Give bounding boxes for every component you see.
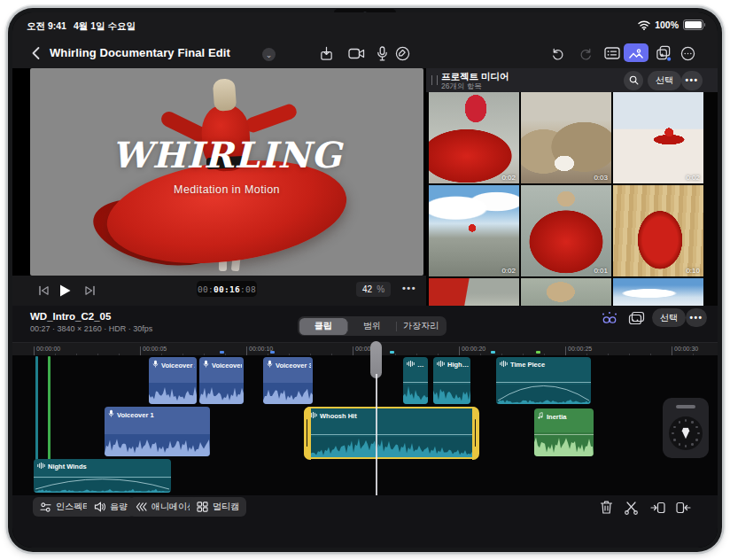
lane-marker <box>536 351 540 354</box>
clock: 오전 9:41 <box>27 20 66 33</box>
media-more-button[interactable]: ••• <box>681 71 703 90</box>
media-thumbnail[interactable]: 0:02 <box>429 185 519 276</box>
playhead-handle[interactable] <box>370 341 382 378</box>
viewer-zoom-control[interactable]: 42 % <box>356 282 391 297</box>
media-thumbnail[interactable]: 0:02 <box>429 92 519 183</box>
battery-percent: 100% <box>655 19 679 30</box>
edit-mode-segmented-control: 클립 범위 가장자리 <box>298 316 447 336</box>
trash-button[interactable] <box>598 499 615 516</box>
media-thumbnail[interactable]: 0:02 <box>613 92 703 183</box>
microphone-button[interactable] <box>373 44 391 62</box>
media-thumbnail[interactable]: 0:10 <box>613 185 703 276</box>
volume-line[interactable] <box>433 382 470 383</box>
tab-edge[interactable]: 가장자리 <box>397 318 445 335</box>
timeline-clip[interactable]: … <box>403 357 428 404</box>
title-overlay: WHIRLING <box>30 134 423 175</box>
volume-line[interactable] <box>306 434 477 435</box>
wave-icon <box>37 462 45 471</box>
subtitle-overlay: Meditation in Motion <box>30 183 423 196</box>
browser-toggle-icon[interactable] <box>603 44 621 62</box>
next-frame-button[interactable] <box>82 283 97 299</box>
media-thumbnail[interactable] <box>429 278 519 306</box>
camera-button[interactable] <box>347 44 365 62</box>
timeline-clip[interactable]: Whoosh Hit <box>304 407 478 459</box>
mic-icon <box>267 360 273 370</box>
media-thumbnail[interactable] <box>613 278 703 306</box>
dancer-hat <box>213 78 237 112</box>
wave-icon <box>437 360 445 369</box>
timeline-more-button[interactable]: ••• <box>686 308 707 327</box>
trim-handle-right[interactable] <box>472 407 479 460</box>
redo-button[interactable] <box>577 44 594 62</box>
volume-button[interactable]: 음량 <box>87 497 135 517</box>
jog-wheel[interactable] <box>663 398 709 458</box>
mic-icon <box>108 409 114 420</box>
timeline-clip[interactable]: Voiceover 3 <box>263 357 313 404</box>
media-thumbnail[interactable]: 0:01 <box>521 185 611 276</box>
viewer-more-button[interactable]: ••• <box>402 283 416 293</box>
viewer[interactable]: WHIRLING Meditation in Motion <box>30 68 423 276</box>
jog-dial[interactable] <box>669 416 703 450</box>
tab-range[interactable]: 범위 <box>348 318 396 335</box>
clip-name: Inertia <box>538 411 592 422</box>
timeline-ruler[interactable]: 00:00:0000:00:0500:00:1000:00:1500:00:20… <box>12 342 718 356</box>
note-icon <box>538 411 544 422</box>
dial-dot <box>685 419 687 422</box>
panel-resize-handle[interactable] <box>431 75 438 85</box>
previous-frame-button[interactable] <box>35 283 51 299</box>
timecode-pre: 00: <box>198 284 214 294</box>
mic-icon <box>203 360 209 370</box>
pencil-button[interactable] <box>393 44 411 62</box>
multicam-button[interactable]: 멀티캠 <box>190 497 246 517</box>
search-button[interactable] <box>624 71 643 90</box>
clip-name: High… <box>437 360 469 369</box>
connect-clips-icon[interactable] <box>601 309 618 327</box>
tab-clip[interactable]: 클립 <box>299 318 347 335</box>
timeline-clip[interactable]: Voiceover 2 <box>199 357 244 404</box>
battery-icon <box>683 19 703 30</box>
timeline-clip[interactable]: Voiceover 1 <box>105 407 210 456</box>
clip-waveform <box>263 385 313 404</box>
timeline-clip[interactable]: Night Winds <box>34 459 171 493</box>
timeline-clip[interactable]: Voiceover 2 <box>149 357 197 404</box>
dial-dot <box>691 421 694 424</box>
more-button-top[interactable] <box>679 44 696 62</box>
trim-handle-left[interactable] <box>304 407 311 460</box>
blade-scissors-button[interactable] <box>623 499 640 516</box>
lane-marker <box>270 351 275 354</box>
clip-waveform <box>105 435 210 456</box>
media-thumbnail[interactable] <box>521 278 611 306</box>
overlay-clip-icon[interactable] <box>627 309 645 327</box>
playhead-line <box>376 374 377 495</box>
timeline-clip[interactable]: Inertia <box>534 408 594 456</box>
project-title[interactable]: Whirling Documentary Final Edit <box>50 46 230 59</box>
back-button[interactable] <box>27 44 44 62</box>
insert-clip-button[interactable] <box>675 499 692 516</box>
media-select-button[interactable]: 선택 <box>648 71 681 90</box>
play-button[interactable] <box>57 283 73 299</box>
content-library-icon[interactable] <box>655 44 672 62</box>
timecode-mid: 00:16 <box>214 284 240 294</box>
title-chevron-down-icon[interactable]: ⌄ <box>262 48 276 61</box>
media-browser-button[interactable] <box>624 43 648 62</box>
undo-button[interactable] <box>548 44 566 62</box>
timeline-clip[interactable]: Time Piece <box>496 357 591 404</box>
media-thumbnail[interactable]: 0:03 <box>521 92 611 183</box>
zoom-value: 42 <box>362 284 372 294</box>
dial-dot <box>695 439 698 441</box>
volume-line[interactable] <box>496 382 591 383</box>
volume-line[interactable] <box>34 477 171 478</box>
inspector-label: 인스펙터 <box>56 501 91 513</box>
volume-line[interactable] <box>403 382 428 383</box>
timeline-clip[interactable]: High… <box>433 357 470 404</box>
import-button[interactable] <box>317 44 335 62</box>
append-clip-button[interactable] <box>649 499 666 516</box>
clip-name: Night Winds <box>37 462 169 471</box>
timecode-post: :08 <box>240 284 256 294</box>
dial-dot <box>697 432 700 435</box>
timeline-select-button[interactable]: 선택 <box>652 308 686 327</box>
multicam-label: 멀티캠 <box>213 501 239 513</box>
volume-line[interactable] <box>534 434 594 435</box>
clip-waveform <box>403 385 428 404</box>
timecode-display[interactable]: 00:00:16:08 <box>197 281 257 297</box>
